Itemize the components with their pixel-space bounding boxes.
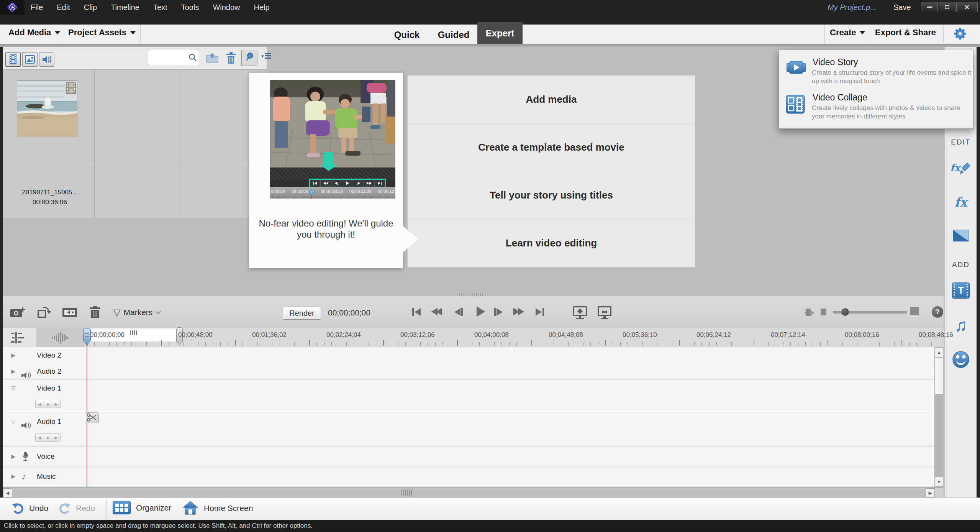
- scroll-left-button[interactable]: ◀: [3, 488, 12, 498]
- track-row-audio2[interactable]: ▶ Audio 2: [3, 363, 934, 380]
- keyframe-prev-button[interactable]: ◀: [36, 433, 44, 441]
- expand-track-icon[interactable]: ▶: [9, 368, 18, 375]
- redo-button[interactable]: Redo: [58, 502, 95, 515]
- collapse-track-icon[interactable]: ▽: [9, 385, 18, 392]
- menu-item-edit[interactable]: Edit: [57, 3, 70, 12]
- tab-expert[interactable]: Expert: [477, 22, 523, 44]
- menu-item-clip[interactable]: Clip: [84, 3, 97, 12]
- zoom-in-button[interactable]: [910, 307, 919, 317]
- clip-thumbnail[interactable]: [17, 80, 77, 137]
- keyframe-next-button[interactable]: ▶: [52, 433, 60, 441]
- step-back-button[interactable]: [454, 308, 463, 316]
- menu-item-help[interactable]: Help: [254, 3, 270, 12]
- minimize-button[interactable]: [921, 2, 938, 12]
- undo-button[interactable]: Undo: [11, 502, 48, 515]
- tab-guided[interactable]: Guided: [432, 25, 475, 44]
- expand-track-icon[interactable]: ▶: [9, 352, 18, 359]
- settings-gear-button[interactable]: [953, 27, 967, 42]
- create-button[interactable]: Create: [830, 28, 865, 38]
- track-row-voice[interactable]: ▶ Voice: [3, 447, 934, 466]
- keyframe-add-button[interactable]: ◆: [44, 433, 52, 441]
- audio-mixer-button[interactable]: [573, 306, 588, 319]
- guide-option-learn-editing[interactable]: Learn video editing: [408, 219, 695, 267]
- keyframe-next-button[interactable]: ▶: [52, 400, 60, 408]
- graphics-button[interactable]: [945, 349, 977, 370]
- panel-splitter-grip[interactable]: [459, 293, 483, 296]
- keyframe-navigator[interactable]: ◀ ◆ ▶: [35, 433, 61, 442]
- delete-button[interactable]: [90, 306, 101, 319]
- track-row-video2[interactable]: ▶ Video 2: [3, 347, 934, 363]
- home-screen-button[interactable]: Home Screen: [182, 500, 253, 516]
- track-settings-button[interactable]: [11, 332, 26, 343]
- filter-video-button[interactable]: .fbtn .filmico{background:#3f7ab8}: [5, 52, 21, 67]
- help-button[interactable]: ?: [932, 306, 943, 318]
- track-row-music[interactable]: ▶ ♪ Music: [3, 466, 934, 486]
- expand-track-icon[interactable]: ▶: [9, 473, 18, 480]
- timeline-ruler[interactable]: 00;00;00;00 00;00;48;00 00;01;36;02 00;0…: [3, 328, 944, 347]
- track-row-video1[interactable]: ▽ Video 1 ◀ ◆ ▶: [3, 380, 934, 413]
- razor-button[interactable]: [86, 412, 99, 423]
- adjust-button[interactable]: fx: [945, 157, 977, 179]
- timeline-timecode[interactable]: 00;00;00;00: [328, 308, 370, 318]
- horizontal-scrollbar[interactable]: ◀ ▶: [3, 488, 944, 498]
- pin-panel-button[interactable]: [241, 50, 257, 66]
- search-input[interactable]: [148, 54, 188, 61]
- vertical-scrollbar[interactable]: ▲ ▼: [935, 347, 943, 487]
- step-forward-button[interactable]: [494, 308, 503, 316]
- markers-button[interactable]: ▽ Markers: [113, 307, 159, 318]
- keyframe-add-button[interactable]: ◆: [44, 400, 52, 408]
- horizontal-scroll-grip[interactable]: [402, 490, 412, 496]
- panel-menu-button[interactable]: ▾: [261, 53, 271, 59]
- save-button[interactable]: Save: [893, 3, 911, 12]
- snapshot-button[interactable]: [10, 307, 27, 319]
- time-stretch-button[interactable]: [62, 308, 78, 318]
- menu-item-text[interactable]: Text: [153, 3, 167, 12]
- work-area-grip[interactable]: [130, 330, 137, 335]
- ruler-minor-ticks: [87, 342, 936, 346]
- track-row-audio1[interactable]: ▽ Audio 1 ◀ ◆ ▶: [3, 413, 934, 447]
- audio-waveform-button[interactable]: [52, 330, 71, 345]
- scroll-right-button[interactable]: ▶: [926, 488, 935, 498]
- project-assets-button[interactable]: Project Assets: [68, 28, 136, 38]
- go-to-end-button[interactable]: [536, 308, 544, 316]
- add-media-button[interactable]: Add Media: [8, 28, 60, 38]
- vertical-scroll-thumb[interactable]: [935, 357, 943, 395]
- new-folder-button[interactable]: [205, 51, 219, 64]
- organizer-button[interactable]: Organizer: [113, 501, 171, 514]
- fit-visible-button[interactable]: [802, 309, 815, 317]
- tab-quick[interactable]: Quick: [387, 25, 427, 44]
- export-share-button[interactable]: Export & Share: [875, 28, 936, 38]
- menu-item-file[interactable]: File: [31, 3, 43, 12]
- fast-forward-button[interactable]: [513, 308, 524, 315]
- transitions-button[interactable]: [945, 226, 977, 245]
- guide-option-template-movie[interactable]: Create a template based movie: [408, 123, 695, 171]
- go-to-start-button[interactable]: [412, 308, 421, 316]
- zoom-out-button[interactable]: [821, 309, 826, 315]
- timeline-tracks[interactable]: ▶ Video 2 ▶ Audio 2 ▽ Video 1 ◀ ◆ ▶ ▽ Au…: [3, 347, 934, 487]
- guide-option-story-titles[interactable]: Tell your story using titles: [408, 171, 695, 219]
- filter-photo-button[interactable]: [22, 52, 38, 67]
- playhead-line[interactable]: [87, 329, 87, 487]
- expand-track-icon[interactable]: ▶: [9, 453, 18, 460]
- keyframe-prev-button[interactable]: ◀: [36, 400, 44, 408]
- scroll-up-button[interactable]: ▲: [935, 347, 943, 357]
- menu-item-tools[interactable]: Tools: [181, 3, 199, 12]
- rewind-button[interactable]: [431, 308, 442, 315]
- filter-audio-button[interactable]: [39, 52, 54, 67]
- maximize-button[interactable]: [939, 2, 955, 12]
- rotate-button[interactable]: [38, 307, 53, 319]
- scroll-down-button[interactable]: ▼: [935, 477, 943, 487]
- render-button[interactable]: Render: [283, 307, 321, 320]
- play-button[interactable]: [477, 306, 485, 317]
- delete-asset-button[interactable]: [225, 51, 237, 64]
- keyframe-navigator[interactable]: ◀ ◆ ▶: [35, 400, 61, 408]
- zoom-slider-handle[interactable]: [841, 308, 849, 316]
- pan-zoom-button[interactable]: [598, 306, 613, 319]
- collapse-track-icon[interactable]: ▽: [9, 418, 18, 425]
- effects-button[interactable]: fx: [945, 192, 977, 213]
- close-button[interactable]: ×: [956, 2, 978, 12]
- menu-item-window[interactable]: Window: [213, 3, 240, 12]
- guide-option-add-media[interactable]: Add media: [408, 76, 695, 123]
- titles-button[interactable]: T: [945, 280, 977, 301]
- menu-item-timeline[interactable]: Timeline: [111, 3, 139, 12]
